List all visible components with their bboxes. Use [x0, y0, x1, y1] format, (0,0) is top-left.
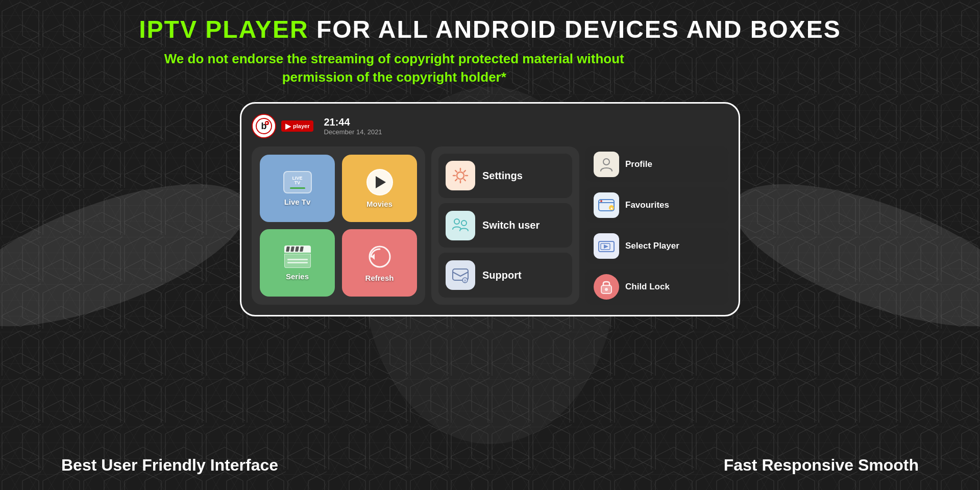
- bottom-bar: Best User Friendly Interface Fast Respon…: [0, 456, 980, 475]
- switch-user-label: Switch user: [482, 219, 540, 231]
- svg-point-10: [457, 172, 464, 179]
- time-display: 21:44: [324, 116, 382, 128]
- tile-refresh-label: Refresh: [365, 274, 394, 282]
- child-lock-icon: [594, 274, 619, 300]
- series-icon: [284, 246, 311, 268]
- tile-live-tv-label: Live Tv: [284, 198, 311, 206]
- profile-item[interactable]: Profile: [585, 146, 728, 182]
- support-label: Support: [482, 270, 522, 281]
- favourites-icon: ★: [594, 192, 619, 218]
- svg-point-18: [600, 200, 602, 202]
- date-display: December 14, 2021: [324, 128, 382, 136]
- player-badge-text: player: [293, 123, 309, 129]
- middle-panel: Settings Switch user: [431, 146, 579, 305]
- settings-row[interactable]: Settings: [438, 154, 572, 198]
- left-panel: LIVE TV Live Tv Movies: [252, 146, 425, 305]
- support-row[interactable]: ? Support: [438, 253, 572, 297]
- play-icon: ▶: [285, 122, 291, 130]
- device-time: 21:44 December 14, 2021: [324, 116, 382, 136]
- favourites-label: Favourites: [625, 200, 669, 210]
- device-topbar: b ▶ player 21:44 December 14, 2021: [252, 114, 728, 138]
- app-logo: b: [252, 114, 276, 138]
- refresh-icon: [367, 244, 393, 270]
- header: IPTV PLAYER FOR ALL ANDROID DEVICES AND …: [139, 0, 841, 87]
- settings-label: Settings: [482, 170, 523, 182]
- svg-point-12: [461, 220, 467, 226]
- switch-user-icon: [446, 211, 475, 240]
- bottom-right: Fast Responsive Smooth: [724, 456, 919, 475]
- svg-point-25: [605, 288, 608, 291]
- select-player-icon: [594, 233, 619, 259]
- select-player-item[interactable]: Select Player: [585, 228, 728, 264]
- svg-text:?: ?: [464, 279, 466, 283]
- child-lock-label: Child Lock: [625, 282, 670, 292]
- svg-point-11: [454, 219, 459, 224]
- tile-refresh[interactable]: Refresh: [342, 229, 417, 297]
- select-player-label: Select Player: [625, 241, 679, 251]
- main-title: IPTV PLAYER FOR ALL ANDROID DEVICES AND …: [139, 15, 841, 43]
- profile-icon: [594, 152, 619, 177]
- switch-user-row[interactable]: Switch user: [438, 203, 572, 248]
- subtitle: We do not endorse the streaming of copyr…: [139, 50, 649, 87]
- svg-text:★: ★: [610, 207, 614, 210]
- profile-label: Profile: [625, 159, 652, 169]
- tile-series-label: Series: [286, 272, 309, 281]
- favourites-item[interactable]: ★ Favourites: [585, 187, 728, 223]
- tile-live-tv[interactable]: LIVE TV Live Tv: [260, 155, 335, 222]
- bottom-left: Best User Friendly Interface: [61, 456, 278, 475]
- movies-icon: [366, 169, 393, 195]
- svg-marker-23: [604, 244, 608, 249]
- tile-movies-label: Movies: [366, 200, 393, 208]
- right-panel: Profile ★ Favourites: [585, 146, 728, 305]
- device-frame: b ▶ player 21:44 December 14, 2021: [240, 102, 740, 316]
- title-rest: FOR ALL ANDROID DEVICES AND BOXES: [309, 16, 841, 43]
- child-lock-item[interactable]: Child Lock: [585, 269, 728, 305]
- live-tv-icon: LIVE TV: [283, 171, 312, 193]
- svg-point-16: [603, 159, 609, 165]
- title-iptv: IPTV PLAYER: [139, 16, 308, 43]
- tile-series[interactable]: Series: [260, 229, 335, 297]
- support-icon: ?: [446, 260, 475, 290]
- settings-icon: [446, 161, 475, 190]
- player-badge: ▶ player: [281, 120, 313, 132]
- device-content: LIVE TV Live Tv Movies: [252, 146, 728, 305]
- tile-movies[interactable]: Movies: [342, 155, 417, 222]
